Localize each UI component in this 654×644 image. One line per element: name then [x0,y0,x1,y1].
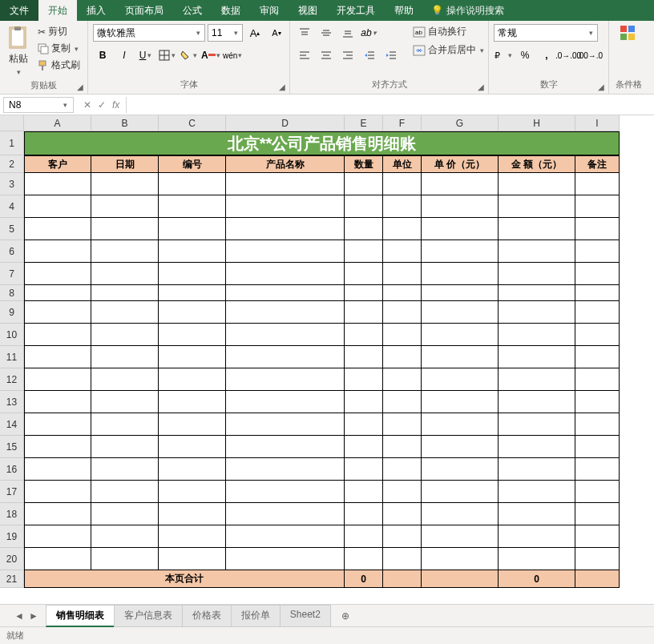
dialog-launcher[interactable]: ◢ [277,81,288,92]
cell[interactable] [91,481,159,503]
cell[interactable] [345,301,383,324]
italic-button[interactable]: I [115,46,134,64]
cell[interactable] [499,301,575,324]
cell[interactable] [383,240,422,263]
cell[interactable] [226,240,345,263]
select-all-corner[interactable] [0,115,24,131]
increase-decimal-button[interactable]: .0→.00 [559,46,578,64]
sheet-tab[interactable]: 报价单 [231,605,281,627]
cell[interactable] [226,436,345,458]
cell[interactable] [575,548,620,570]
cell[interactable] [345,173,383,195]
row-header-19[interactable]: 19 [0,525,24,548]
cell[interactable] [226,525,345,548]
cell[interactable] [159,173,226,195]
cell[interactable] [345,324,383,346]
cell[interactable] [159,195,226,218]
dialog-launcher[interactable]: ◢ [475,81,486,92]
cell[interactable] [575,263,620,285]
cell[interactable] [383,413,422,436]
cell[interactable] [422,195,499,218]
dialog-launcher[interactable]: ◢ [75,81,86,92]
cell[interactable] [422,346,499,368]
menu-tab-9[interactable]: 帮助 [385,0,423,21]
row-header-1[interactable]: 1 [0,131,24,155]
cell[interactable] [422,458,499,481]
cell[interactable] [383,346,422,368]
tab-nav-next[interactable]: ► [29,610,38,622]
col-header-H[interactable]: H [499,115,575,131]
format-painter-button[interactable]: 格式刷 [35,58,83,73]
cell[interactable] [159,324,226,346]
cell[interactable] [383,391,422,413]
cell[interactable] [345,503,383,525]
cell[interactable] [159,218,226,240]
cell[interactable] [24,195,91,218]
dialog-launcher[interactable]: ◢ [595,81,607,92]
cell[interactable] [91,195,159,218]
cell[interactable] [91,218,159,240]
cell[interactable] [24,301,91,324]
cell[interactable] [575,391,620,413]
cell[interactable] [575,525,620,548]
cell[interactable] [575,413,620,436]
col-header-I[interactable]: I [575,115,620,131]
cut-button[interactable]: ✂剪切 [35,24,83,39]
cell[interactable] [159,436,226,458]
row-header-9[interactable]: 9 [0,301,24,324]
cell[interactable] [159,458,226,481]
cell[interactable] [499,346,575,368]
row-header-15[interactable]: 15 [0,436,24,458]
cell[interactable] [383,436,422,458]
paste-button[interactable]: 粘贴 ▾ [5,24,32,78]
align-middle-button[interactable] [317,24,336,42]
sheet-tab[interactable]: 价格表 [182,605,232,627]
cell[interactable] [383,218,422,240]
cell[interactable] [422,263,499,285]
cell[interactable] [24,458,91,481]
align-left-button[interactable] [295,46,314,64]
menu-tab-0[interactable]: 文件 [0,0,38,21]
cell[interactable] [575,458,620,481]
cell[interactable] [422,413,499,436]
cell[interactable] [575,173,620,195]
cell[interactable] [226,391,345,413]
cell[interactable] [24,263,91,285]
row-header-20[interactable]: 20 [0,548,24,570]
menu-tab-4[interactable]: 公式 [173,0,212,21]
cell[interactable] [159,503,226,525]
column-header-cell[interactable]: 产品名称 [226,155,345,173]
column-header-cell[interactable]: 客户 [24,155,91,173]
sheet-tab[interactable]: Sheet2 [280,605,331,627]
align-right-button[interactable] [338,46,357,64]
cell[interactable] [499,548,575,570]
cell[interactable] [91,285,159,301]
row-header-6[interactable]: 6 [0,240,24,263]
total-cell-H[interactable]: 0 [499,570,575,588]
cell[interactable] [24,548,91,570]
total-cell-E[interactable]: 0 [345,570,383,588]
cell[interactable] [575,436,620,458]
row-header-13[interactable]: 13 [0,391,24,413]
cell[interactable] [383,458,422,481]
cell[interactable] [226,195,345,218]
cell[interactable] [422,173,499,195]
phonetic-button[interactable]: wén▾ [223,46,242,64]
cell[interactable] [91,324,159,346]
cell[interactable] [226,324,345,346]
cell[interactable] [499,458,575,481]
cell[interactable] [24,240,91,263]
cell[interactable] [422,481,499,503]
orientation-button[interactable]: ab▾ [360,24,379,42]
tell-me-search[interactable]: 💡操作说明搜索 [423,4,512,18]
cell[interactable] [422,391,499,413]
cell[interactable] [499,218,575,240]
increase-font-button[interactable]: A▴ [245,24,264,42]
cell[interactable] [159,301,226,324]
row-header-4[interactable]: 4 [0,195,24,218]
cell[interactable] [24,218,91,240]
cell[interactable] [91,413,159,436]
col-header-A[interactable]: A [24,115,91,131]
align-center-button[interactable] [317,46,336,64]
column-header-cell[interactable]: 单 价（元） [422,155,499,173]
